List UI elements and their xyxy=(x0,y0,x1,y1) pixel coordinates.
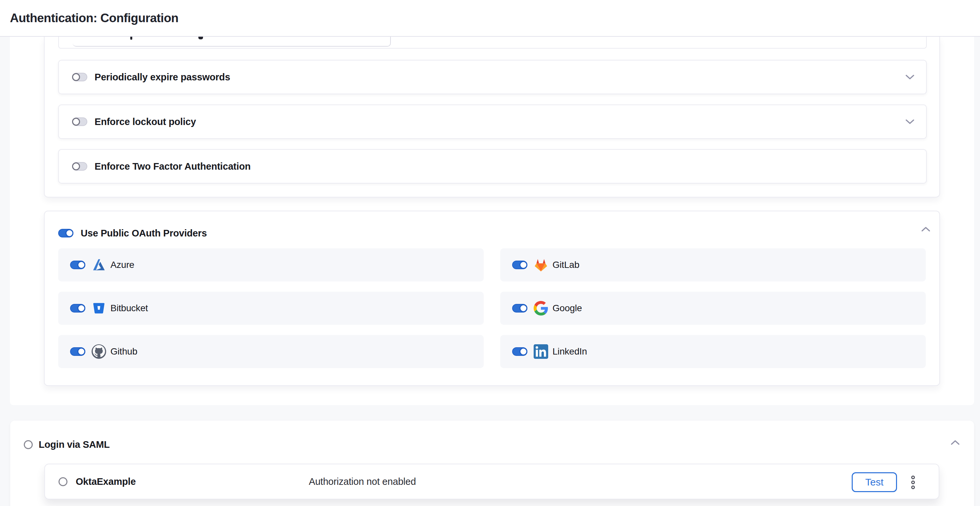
page-title: Authentication: Configuration xyxy=(10,0,178,36)
saml-section-card: Login via SAML OktaExample Authorization… xyxy=(10,421,974,506)
policy-toggle[interactable] xyxy=(72,118,87,126)
chevron-down-icon[interactable] xyxy=(905,119,914,124)
saml-provider-status: Authorization not enabled xyxy=(309,476,416,487)
oauth-provider-grid: Azure Bitbucket Github GitLab xyxy=(58,248,926,368)
password-settings-card: Periodically expire passwords Enforce lo… xyxy=(44,37,940,197)
provider-name: Bitbucket xyxy=(110,303,148,313)
oauth-provider-item: GitLab xyxy=(500,248,926,282)
toggle-knob xyxy=(65,229,73,237)
provider-toggle[interactable] xyxy=(70,304,85,312)
kebab-dot xyxy=(911,481,915,484)
oauth-provider-item: Azure xyxy=(58,248,484,282)
provider-name: LinkedIn xyxy=(552,346,587,357)
saml-provider-row: OktaExample Authorization not enabled Te… xyxy=(44,464,939,500)
provider-name: Github xyxy=(110,346,137,357)
policy-row[interactable]: Periodically expire passwords xyxy=(58,60,927,94)
saml-provider-radio[interactable] xyxy=(59,477,67,486)
policy-row-label: Periodically expire passwords xyxy=(95,72,230,83)
toggle-knob xyxy=(519,261,527,269)
clipped-input-remnant xyxy=(73,37,391,47)
oauth-provider-item: Google xyxy=(500,292,926,325)
oauth-provider-item: Bitbucket xyxy=(58,292,484,325)
oauth-provider-item: Github xyxy=(58,335,484,368)
toggle-knob xyxy=(77,348,85,355)
kebab-dot xyxy=(911,485,915,489)
provider-toggle[interactable] xyxy=(512,304,527,312)
policy-row[interactable]: Enforce Two Factor Authentication xyxy=(58,149,927,183)
provider-name: Google xyxy=(552,303,582,313)
saml-header: Login via SAML xyxy=(24,439,110,450)
provider-icon-slot xyxy=(533,257,549,272)
provider-toggle[interactable] xyxy=(70,261,85,269)
more-options-icon[interactable] xyxy=(909,464,917,500)
policy-toggle[interactable] xyxy=(72,73,87,81)
provider-toggle[interactable] xyxy=(512,347,527,356)
toggle-knob xyxy=(77,304,85,312)
provider-toggle[interactable] xyxy=(512,261,527,269)
oauth-header: Use Public OAuth Providers xyxy=(58,224,207,242)
saml-radio[interactable] xyxy=(24,440,33,449)
password-rows: Periodically expire passwords Enforce lo… xyxy=(58,60,927,183)
policy-toggle[interactable] xyxy=(72,162,87,171)
kebab-dot xyxy=(911,476,915,479)
policy-row-label: Enforce Two Factor Authentication xyxy=(95,161,251,172)
provider-icon-slot xyxy=(533,301,549,316)
clipped-setting-row xyxy=(58,37,927,49)
clipped-text-remnant xyxy=(130,37,132,40)
saml-provider-name: OktaExample xyxy=(76,476,136,487)
policy-row[interactable]: Enforce lockout policy xyxy=(58,105,927,139)
page-header: Authentication: Configuration xyxy=(0,0,980,37)
chevron-up-icon[interactable] xyxy=(951,440,959,445)
toggle-knob xyxy=(519,304,527,312)
toggle-knob xyxy=(72,118,80,126)
chevron-up-icon[interactable] xyxy=(921,226,930,232)
toggle-knob xyxy=(77,261,85,269)
test-button[interactable]: Test xyxy=(852,472,897,492)
toggle-knob xyxy=(72,73,80,81)
provider-icon-slot xyxy=(91,257,107,272)
provider-icon-slot xyxy=(91,344,107,359)
provider-toggle[interactable] xyxy=(70,347,85,356)
oauth-providers-card: Use Public OAuth Providers Azure Bitbuck… xyxy=(44,211,940,386)
toggle-knob xyxy=(72,162,80,170)
chevron-down-icon[interactable] xyxy=(905,75,914,80)
clipped-text-remnant xyxy=(198,37,203,39)
saml-section-title: Login via SAML xyxy=(39,439,110,450)
oauth-provider-item: LinkedIn xyxy=(500,335,926,368)
toggle-knob xyxy=(519,348,527,355)
provider-name: GitLab xyxy=(552,259,579,270)
authentication-configuration-page: Periodically expire passwords Enforce lo… xyxy=(0,0,980,506)
provider-icon-slot xyxy=(91,301,107,316)
oauth-master-toggle[interactable] xyxy=(58,229,73,237)
oauth-section-title: Use Public OAuth Providers xyxy=(81,228,207,239)
provider-name: Azure xyxy=(110,259,134,270)
policy-row-label: Enforce lockout policy xyxy=(95,116,196,127)
provider-icon-slot xyxy=(533,344,549,359)
